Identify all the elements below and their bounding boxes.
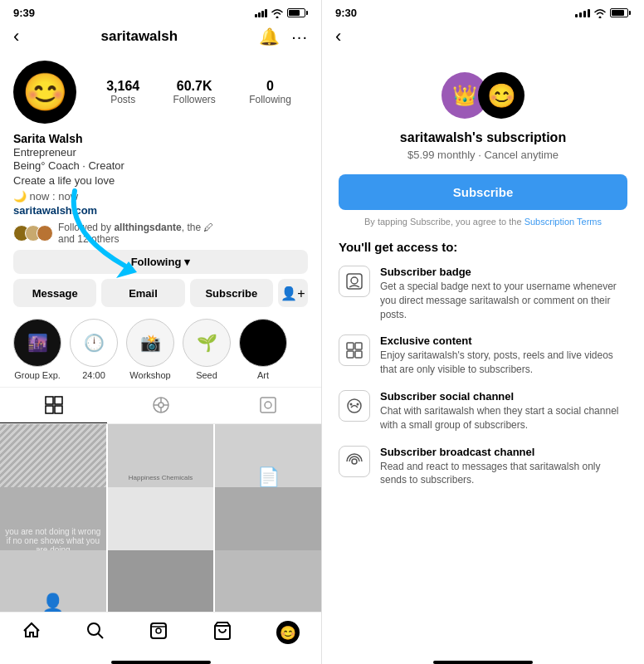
social-channel-title: Subscriber social channel	[380, 390, 627, 403]
broadcast-channel-title: Subscriber broadcast channel	[380, 446, 627, 458]
back-button-left[interactable]: ‹	[13, 26, 19, 47]
avatar-container: 😊	[13, 61, 76, 124]
add-person-button[interactable]: 👤+	[278, 279, 308, 307]
person-plus-icon: 👤+	[281, 286, 305, 301]
nav-shop[interactable]	[212, 621, 232, 644]
grid-cell-8[interactable]	[108, 550, 214, 612]
posts-label: Posts	[110, 94, 135, 105]
subscription-title: saritawalsh's subscription	[339, 130, 627, 145]
posts-count: 3,164	[106, 79, 139, 94]
svg-rect-3	[55, 406, 62, 413]
story-workshop[interactable]: 📸 Workshop	[126, 319, 174, 380]
nav-home[interactable]	[22, 621, 41, 644]
subscribe-button-profile[interactable]: Subscribe	[190, 279, 273, 307]
subscription-content: 👑 😊 saritawalsh's subscription $5.99 mon…	[322, 54, 644, 657]
broadcast-channel-text: Subscriber broadcast channel Read and re…	[380, 446, 627, 488]
signal-icon-right	[574, 9, 590, 17]
exclusive-content-icon	[339, 334, 370, 366]
reels-icon	[152, 396, 170, 414]
nav-profile[interactable]: 😊	[276, 621, 300, 644]
status-bar-left: 9:39	[0, 0, 321, 22]
time-left: 9:39	[13, 7, 35, 19]
social-channel-text: Subscriber social channel Chat with sari…	[380, 390, 627, 432]
story-art[interactable]: Art	[239, 319, 287, 380]
search-icon	[85, 621, 105, 641]
back-button-right[interactable]: ‹	[335, 26, 341, 47]
subscription-icons: 👑 😊	[442, 71, 524, 120]
email-button[interactable]: Email	[101, 279, 184, 307]
stat-following: 0 Following	[249, 79, 291, 105]
signal-icon	[255, 9, 267, 17]
story-group-exp[interactable]: 🌆 Group Exp.	[13, 319, 61, 380]
status-icons-right	[574, 8, 631, 18]
story-circle-seed: 🌱	[183, 319, 231, 367]
home-icon	[22, 621, 41, 641]
feature-social-channel: Subscriber social channel Chat with sari…	[339, 390, 627, 432]
tab-reels[interactable]	[107, 388, 214, 423]
reels-nav-icon	[149, 621, 168, 641]
svg-point-27	[357, 403, 359, 405]
svg-rect-22	[355, 343, 362, 349]
following-label: Following	[249, 94, 291, 105]
svg-rect-2	[46, 406, 53, 413]
time-text: 🌙 now : now	[13, 190, 78, 203]
stat-followers: 60.7K Followers	[173, 79, 215, 105]
wifi-icon	[271, 8, 284, 18]
status-icons-left	[255, 8, 308, 18]
subscribe-main-button[interactable]: Subscribe	[339, 174, 627, 210]
svg-line-13	[98, 633, 103, 638]
profile-section: 😊 3,164 Posts 60.7K Followers 0 Followin…	[0, 54, 321, 312]
wifi-icon-right	[593, 8, 607, 18]
svg-rect-0	[46, 397, 53, 404]
subscriber-badge-desc: Get a special badge next to your usernam…	[380, 280, 627, 321]
tab-tagged[interactable]	[214, 388, 321, 423]
story-circle-art	[239, 319, 287, 367]
bell-icon[interactable]: 🔔	[259, 27, 280, 46]
top-nav-right: ‹	[322, 22, 644, 54]
battery-icon-right	[610, 8, 631, 17]
svg-rect-1	[55, 397, 62, 404]
tab-bar	[0, 387, 321, 424]
top-nav-left: ‹ saritawalsh 🔔 ···	[0, 22, 321, 54]
photo-grid: Happiness Chemicals 📄 you are not doing …	[0, 424, 321, 612]
story-circle-group: 🌆	[13, 319, 61, 367]
exclusive-content-text: Exclusive content Enjoy saritawalsh's st…	[380, 334, 627, 377]
followed-avatars	[13, 225, 48, 242]
message-button[interactable]: Message	[13, 279, 96, 307]
svg-point-26	[350, 403, 353, 405]
story-2400[interactable]: 🕛 24:00	[70, 319, 118, 380]
action-buttons-row: Message Email Subscribe 👤+	[13, 279, 308, 307]
profile-name: Sarita Walsh	[13, 132, 308, 145]
tab-grid[interactable]	[0, 388, 107, 423]
svg-rect-24	[355, 351, 362, 358]
grid-cell-9[interactable]	[215, 550, 321, 612]
shop-icon	[212, 621, 232, 641]
nav-reels[interactable]	[149, 621, 168, 644]
subscription-terms-link[interactable]: Subscription Terms	[524, 217, 602, 227]
story-seed[interactable]: 🌱 Seed	[183, 319, 231, 380]
followed-by: Followed by allthingsdante, the 🖊 and 12…	[13, 222, 308, 245]
nav-search[interactable]	[85, 621, 105, 644]
access-title: You'll get access to:	[339, 240, 627, 254]
profile-username: saritawalsh	[101, 28, 178, 45]
avatar-smiley: 😊	[22, 74, 68, 110]
profile-top: 😊 3,164 Posts 60.7K Followers 0 Followin…	[13, 61, 308, 124]
svg-rect-14	[151, 623, 166, 638]
more-icon[interactable]: ···	[291, 27, 308, 46]
following-button[interactable]: Following ▾	[13, 250, 308, 274]
svg-point-11	[265, 402, 271, 408]
subscription-icons-container: 👑 😊	[339, 71, 627, 120]
feature-broadcast-channel: Subscriber broadcast channel Read and re…	[339, 446, 627, 488]
status-bar-right: 9:30	[322, 0, 644, 22]
svg-point-20	[351, 277, 358, 284]
right-panel: 9:30 ‹	[322, 0, 644, 664]
profile-link[interactable]: saritawalsh.com	[13, 204, 308, 217]
svg-point-5	[159, 403, 163, 408]
social-channel-desc: Chat with saritawalsh when they start a …	[380, 404, 627, 432]
grid-cell-7[interactable]: 👤	[0, 550, 106, 612]
subscriber-badge-text: Subscriber badge Get a special badge nex…	[380, 266, 627, 321]
exclusive-content-desc: Enjoy saritawalsh's story, posts, reels …	[380, 349, 627, 377]
terms-text: By tapping Subscribe, you agree to the	[364, 217, 522, 227]
social-channel-icon	[339, 390, 370, 422]
subscriber-badge-icon	[339, 266, 370, 297]
